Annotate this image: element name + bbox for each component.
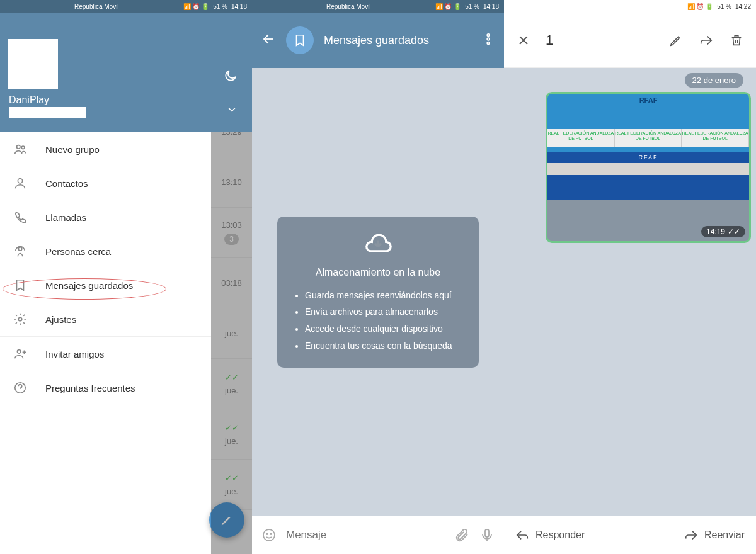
menu-item-label: Invitar amigos: [45, 349, 104, 359]
svg-point-3: [21, 146, 25, 149]
forward-button[interactable]: Reenviar: [684, 528, 745, 542]
status-time: 14:18: [231, 3, 247, 10]
bookmark-icon: [13, 278, 28, 292]
chat-row-peek[interactable]: ✓✓jue.: [211, 409, 252, 460]
menu-item-label: Ajustes: [45, 314, 76, 325]
chat-row-peek[interactable]: ✓✓jue.: [211, 460, 252, 510]
status-icons: 📶 ⏰ 🔋: [435, 3, 462, 10]
user-name: DaniPlay: [9, 94, 252, 106]
cloud-info-card: Almacenamiento en la nube Guarda mensaje…: [277, 217, 479, 368]
svg-point-15: [270, 533, 272, 534]
svg-point-6: [18, 317, 22, 321]
carrier-label: Republica Movil: [326, 3, 371, 10]
settings-icon: [13, 312, 28, 326]
menu-item-label: Mensajes guardados: [45, 280, 133, 291]
battery-pct: 51 %: [213, 3, 227, 10]
close-icon[interactable]: [515, 33, 532, 48]
status-time: 14:22: [735, 3, 751, 10]
chat-header: Mensajes guardados: [252, 13, 504, 68]
photo-band: RFAF: [547, 152, 749, 163]
person-icon: [13, 176, 28, 190]
svg-point-5: [18, 247, 22, 251]
card-bullet: Encuentra tus cosas con la búsqueda: [305, 337, 462, 354]
menu-item-label: Nuevo grupo: [45, 144, 100, 155]
edit-icon[interactable]: [668, 33, 684, 47]
invite-icon: [13, 347, 28, 361]
status-icons: 📶 ⏰ 🔋: [687, 3, 714, 10]
card-bullet: Envía archivos para almacenarlos: [305, 303, 462, 320]
chat-time: jue.: [225, 436, 238, 446]
user-phone-masked: [9, 107, 86, 118]
svg-point-2: [17, 145, 21, 149]
selection-header: 1: [504, 13, 756, 68]
read-check-icon: ✓✓: [225, 423, 239, 432]
delete-icon[interactable]: [728, 33, 745, 47]
unread-badge: 3: [224, 234, 239, 245]
chat-time: 13:03: [221, 220, 242, 230]
chevron-down-icon[interactable]: [226, 103, 238, 118]
drawer-header: DaniPlay: [0, 13, 252, 132]
card-bullet: Guarda mensajes reenviándolos aquí: [305, 287, 462, 304]
chat-row-peek[interactable]: ✓✓jue.: [211, 359, 252, 409]
chat-row-peek[interactable]: 13:10: [211, 157, 252, 208]
selection-action-bar: Responder Reenviar: [504, 516, 756, 554]
svg-point-13: [263, 529, 275, 541]
chat-row-peek[interactable]: 13:033: [211, 208, 252, 258]
more-icon[interactable]: [481, 32, 495, 48]
reply-button[interactable]: Responder: [515, 528, 585, 542]
carrier-label: Republica Movil: [74, 3, 119, 10]
status-time: 14:18: [483, 3, 499, 10]
chat-row-peek[interactable]: 03:18: [211, 258, 252, 308]
chat-body-selection: 22 de enero RFAF REAL FEDERACIÓN ANDALUZ…: [504, 68, 756, 516]
mic-icon[interactable]: [479, 528, 495, 543]
card-bullet: Accede desde cualquier dispositivo: [305, 320, 462, 337]
photo-banner: REAL FEDERACIÓN ANDALUZA DE FUTBOLREAL F…: [547, 129, 749, 147]
date-separator: 22 de enero: [685, 73, 743, 88]
compose-bar: [252, 516, 504, 554]
menu-item-label: Contactos: [45, 178, 88, 189]
selection-count: 1: [546, 32, 553, 48]
nearby-icon: [13, 244, 28, 258]
status-bar-2: Republica Movil 📶 ⏰ 🔋 51 % 14:18: [252, 0, 504, 13]
chat-row-peek[interactable]: jue.: [211, 308, 252, 359]
status-bar-1: Republica Movil 📶 ⏰ 🔋 51 % 14:18: [0, 0, 252, 13]
chat-time: jue.: [225, 329, 238, 338]
compose-fab[interactable]: [209, 502, 244, 538]
chat-time: 03:18: [221, 278, 242, 288]
battery-pct: 51 %: [717, 3, 731, 10]
group-icon: [13, 142, 28, 156]
selected-message-photo[interactable]: RFAF REAL FEDERACIÓN ANDALUZA DE FUTBOLR…: [546, 92, 751, 243]
cloud-download-icon: [294, 230, 462, 261]
menu-item-label: Preguntas frecuentes: [45, 383, 135, 393]
svg-point-12: [487, 42, 490, 45]
chat-time: jue.: [225, 487, 238, 496]
svg-point-14: [266, 533, 268, 534]
chat-time: jue.: [225, 386, 238, 395]
photo-text-top: RFAF: [639, 96, 658, 104]
svg-point-7: [17, 350, 21, 354]
status-icons: 📶 ⏰ 🔋: [183, 3, 210, 10]
message-input[interactable]: [286, 529, 445, 541]
svg-point-4: [18, 179, 22, 183]
menu-item-label: Llamadas: [45, 212, 86, 223]
user-avatar[interactable]: [8, 39, 58, 89]
night-mode-icon[interactable]: [223, 68, 238, 86]
back-icon[interactable]: [261, 31, 276, 49]
saved-messages-avatar[interactable]: [286, 26, 314, 54]
svg-rect-16: [485, 529, 489, 537]
forward-icon[interactable]: [698, 33, 714, 47]
read-check-icon: ✓✓: [225, 473, 239, 483]
message-time: 14:19✓✓: [701, 226, 745, 237]
chat-time: 13:10: [221, 178, 242, 187]
menu-item-label: Personas cerca: [45, 246, 111, 257]
emoji-icon[interactable]: [261, 528, 277, 543]
phone-icon: [13, 210, 28, 224]
read-check-icon: ✓✓: [225, 373, 239, 382]
card-title: Almacenamiento en la nube: [294, 267, 462, 278]
svg-point-10: [487, 34, 490, 37]
attach-icon[interactable]: [454, 528, 470, 543]
chat-title: Mensajes guardados: [324, 34, 471, 47]
svg-point-11: [487, 38, 490, 40]
status-bar-3: . 📶 ⏰ 🔋 51 % 14:22: [504, 0, 756, 13]
chat-body: Almacenamiento en la nube Guarda mensaje…: [252, 68, 504, 516]
